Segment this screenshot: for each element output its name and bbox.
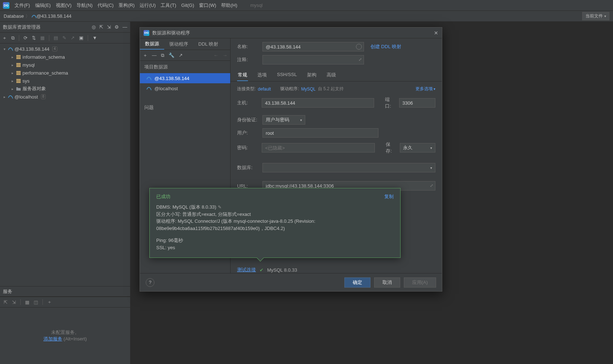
expand-icon[interactable]: ⇱	[4, 300, 8, 305]
wrench-icon[interactable]: 🔧	[169, 53, 174, 58]
minimize-icon[interactable]: —	[123, 24, 127, 30]
password-input[interactable]	[262, 143, 375, 152]
collapse-icon[interactable]: ⇲	[12, 300, 16, 305]
jump-icon[interactable]: ↗	[71, 35, 75, 41]
explorer-toolbar: ＋ ⧉ ⟳ ⇅ ▦ ▤ ✎ ↗ ▣ ▼	[0, 33, 130, 43]
tab-drivers[interactable]: 驱动程序	[164, 38, 193, 50]
copy-link[interactable]: 复制	[384, 193, 394, 200]
add-icon[interactable]: ＋	[47, 299, 52, 305]
color-indicator-icon[interactable]	[356, 44, 362, 50]
name-input[interactable]	[262, 42, 364, 51]
help-icon[interactable]: ?	[146, 278, 154, 287]
back-icon[interactable]: ←	[214, 53, 218, 58]
popup-line-ssl: SSL: yes	[156, 244, 394, 251]
settings-icon[interactable]: ⚙	[115, 24, 119, 30]
collapse-all-icon[interactable]: ⇲	[107, 24, 111, 30]
port-input[interactable]	[399, 98, 435, 108]
menu-tools[interactable]: 工具(T)	[161, 2, 176, 9]
goto-icon[interactable]: ↗	[179, 53, 183, 58]
sync-icon[interactable]: ⇅	[32, 35, 36, 41]
ds-item-localhost[interactable]: @localhost	[140, 83, 230, 93]
ok-button[interactable]: 确定	[344, 277, 370, 288]
itab-advanced[interactable]: 高级	[326, 70, 337, 81]
add-service-link[interactable]: 添加服务	[44, 336, 62, 342]
host-input[interactable]	[262, 98, 374, 108]
layout-icon[interactable]: ◫	[34, 300, 38, 305]
tree-schema-perf[interactable]: ▸ performance_schema	[0, 69, 130, 77]
edit-icon[interactable]: ✎	[62, 35, 66, 41]
tab-datasources[interactable]: 数据源	[140, 38, 164, 50]
tree-ds2[interactable]: ▸ @localhost 8	[0, 93, 130, 101]
menu-code[interactable]: 代码(C)	[98, 2, 113, 9]
create-ddl-link[interactable]: 创建 DDL 映射	[370, 43, 401, 50]
stop-icon[interactable]: ▦	[40, 35, 45, 41]
ds-item-remote[interactable]: @43.138.58.144	[140, 73, 230, 83]
breadcrumb-root[interactable]: Database	[4, 13, 24, 19]
save-select[interactable]: 永久 ▾	[400, 143, 435, 152]
itab-ssh[interactable]: SSH/SSL	[276, 70, 298, 81]
table-icon[interactable]: ▤	[54, 35, 58, 41]
user-input[interactable]	[262, 128, 378, 138]
cancel-button[interactable]: 取消	[374, 277, 400, 288]
chevron-down-icon: ▾	[430, 146, 432, 150]
expand-icon[interactable]: ⤢	[430, 183, 433, 188]
menu-edit[interactable]: 编辑(E)	[35, 2, 51, 9]
menu-help[interactable]: 帮助(H)	[221, 2, 237, 9]
target-icon[interactable]: ◎	[92, 24, 96, 30]
driver-value[interactable]: MySQL	[301, 87, 316, 92]
tree-schema-info[interactable]: ▸ information_schema	[0, 53, 130, 61]
tree-label: sys	[22, 78, 30, 84]
itab-general[interactable]: 常规	[237, 70, 248, 81]
menu-view[interactable]: 视图(V)	[56, 2, 71, 9]
add-icon[interactable]: ＋	[143, 52, 148, 59]
menu-window[interactable]: 窗口(W)	[199, 2, 216, 9]
project-ds-label: 项目数据源	[140, 61, 230, 73]
pencil-icon[interactable]: ✎	[218, 205, 221, 210]
menu-run[interactable]: 运行(U)	[140, 2, 156, 9]
tree-server-objects[interactable]: ▸ 服务器对象	[0, 85, 130, 93]
menu-search-text: mysql	[250, 3, 262, 8]
test-connection-link[interactable]: 测试连接	[237, 267, 256, 273]
copy-icon[interactable]: ⧉	[11, 35, 15, 41]
tree-schema-mysql[interactable]: ▸ mysql	[0, 61, 130, 69]
add-icon[interactable]: ＋	[2, 35, 7, 41]
expand-all-icon[interactable]: ⇱	[99, 24, 103, 30]
chevron-down-icon: ▾	[430, 166, 432, 170]
auth-select[interactable]: 用户与密码 ▾	[262, 115, 305, 125]
filter-icon[interactable]: ▼	[92, 35, 97, 41]
close-icon[interactable]: ✕	[434, 30, 438, 36]
itab-schemas[interactable]: 架构	[306, 70, 317, 81]
more-options-link[interactable]: 更多选项▾	[415, 86, 435, 92]
copy-icon[interactable]: ⧉	[161, 53, 164, 58]
grid-icon[interactable]: ▦	[25, 300, 29, 305]
refresh-icon[interactable]: ⟳	[24, 35, 28, 41]
chevron-down-icon: ▾	[2, 47, 7, 51]
tree-schema-sys[interactable]: ▸ sys	[0, 77, 130, 85]
forward-icon[interactable]: →	[223, 53, 227, 58]
current-file-selector[interactable]: 当前文件 ▾	[582, 12, 609, 20]
menu-refactor[interactable]: 重构(R)	[119, 2, 134, 9]
mysql-icon	[32, 14, 37, 19]
menu-navigate[interactable]: 导航(N)	[76, 2, 92, 9]
database-select[interactable]: ▾	[262, 163, 435, 172]
breadcrumb-ds[interactable]: @43.138.58.144	[37, 13, 71, 19]
tree-ds1[interactable]: ▾ @43.138.58.144 4	[0, 45, 130, 53]
console-icon[interactable]: ▣	[79, 35, 83, 41]
menu-file[interactable]: 文件(F)	[15, 2, 30, 9]
itab-options[interactable]: 选项	[257, 70, 268, 81]
name-label: 名称:	[237, 43, 259, 50]
apply-button[interactable]: 应用(A)	[404, 277, 436, 288]
chevron-right-icon: ▸	[10, 55, 15, 59]
conn-type-value[interactable]: default	[258, 87, 271, 92]
host-label: 主机:	[237, 100, 258, 106]
comment-input[interactable]	[262, 55, 364, 64]
remove-icon[interactable]: —	[152, 53, 157, 58]
tab-ddl[interactable]: DDL 映射	[193, 38, 223, 50]
expand-icon[interactable]: ⤢	[359, 57, 362, 62]
database-explorer: 数据库资源管理器 ◎ ⇱ ⇲ ⚙ — ＋ ⧉ ⟳ ⇅ ▦ ▤ ✎ ↗ ▣ ▼ ▾	[0, 22, 131, 364]
tree-label: 服务器对象	[22, 85, 46, 92]
user-label: 用户:	[237, 130, 259, 136]
port-label: 端口:	[385, 96, 395, 109]
chevron-right-icon: ▸	[10, 71, 15, 75]
menu-git[interactable]: Git(G)	[181, 3, 194, 8]
